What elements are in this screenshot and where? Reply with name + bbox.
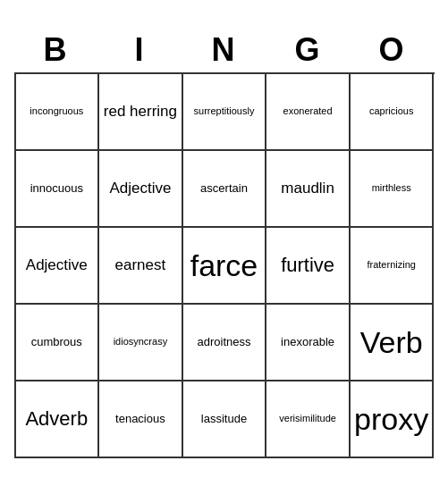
cell-text: farce bbox=[190, 247, 258, 284]
bingo-cell: lassitude bbox=[183, 381, 267, 458]
bingo-header: BINGO bbox=[14, 28, 435, 72]
bingo-cell: innocuous bbox=[16, 151, 100, 228]
cell-text: capricious bbox=[369, 105, 414, 117]
cell-text: earnest bbox=[115, 256, 166, 274]
cell-text: ascertain bbox=[200, 181, 248, 196]
cell-text: Adverb bbox=[25, 407, 88, 431]
cell-text: red herring bbox=[104, 103, 177, 121]
header-letter: I bbox=[98, 28, 182, 72]
header-letter: B bbox=[14, 28, 98, 72]
bingo-cell: verisimilitude bbox=[266, 381, 351, 458]
cell-text: exonerated bbox=[283, 105, 333, 117]
cell-text: cumbrous bbox=[31, 335, 82, 349]
cell-text: Adjective bbox=[109, 180, 171, 197]
bingo-cell: earnest bbox=[99, 228, 183, 305]
bingo-cell: surreptitiously bbox=[183, 74, 267, 151]
cell-text: Verb bbox=[360, 324, 423, 361]
cell-text: proxy bbox=[354, 401, 428, 438]
header-letter: O bbox=[351, 28, 435, 72]
bingo-cell: red herring bbox=[99, 74, 183, 151]
bingo-cell: mirthless bbox=[351, 151, 435, 228]
bingo-card: BINGO incongruousred herringsurreptitiou… bbox=[14, 28, 435, 458]
bingo-cell: adroitness bbox=[183, 305, 267, 381]
cell-text: idiosyncrasy bbox=[114, 336, 168, 348]
bingo-cell: maudlin bbox=[266, 151, 351, 228]
cell-text: fraternizing bbox=[367, 259, 415, 271]
cell-text: lassitude bbox=[201, 412, 247, 426]
bingo-cell: farce bbox=[183, 228, 267, 305]
bingo-cell: Adverb bbox=[16, 381, 100, 458]
bingo-cell: Adjective bbox=[99, 151, 183, 228]
bingo-cell: exonerated bbox=[266, 74, 351, 151]
cell-text: surreptitiously bbox=[194, 105, 255, 117]
bingo-cell: cumbrous bbox=[16, 305, 100, 381]
cell-text: mirthless bbox=[372, 182, 411, 194]
bingo-cell: Verb bbox=[351, 305, 435, 381]
cell-text: tenacious bbox=[115, 412, 165, 426]
cell-text: furtive bbox=[281, 254, 334, 277]
bingo-cell: ascertain bbox=[183, 151, 267, 228]
bingo-cell: incongruous bbox=[16, 74, 100, 151]
cell-text: inexorable bbox=[281, 335, 334, 349]
header-letter: N bbox=[182, 28, 266, 72]
cell-text: innocuous bbox=[30, 181, 83, 196]
bingo-cell: furtive bbox=[266, 228, 351, 305]
bingo-cell: Adjective bbox=[16, 228, 100, 305]
cell-text: Adjective bbox=[26, 256, 88, 274]
bingo-cell: proxy bbox=[351, 381, 435, 458]
cell-text: incongruous bbox=[30, 105, 83, 117]
bingo-cell: capricious bbox=[351, 74, 435, 151]
header-letter: G bbox=[266, 28, 351, 72]
cell-text: adroitness bbox=[198, 335, 251, 349]
cell-text: maudlin bbox=[281, 180, 334, 197]
bingo-cell: inexorable bbox=[266, 305, 351, 381]
bingo-cell: fraternizing bbox=[351, 228, 435, 305]
bingo-grid: incongruousred herringsurreptitiouslyexo… bbox=[14, 72, 435, 458]
bingo-cell: tenacious bbox=[99, 381, 183, 458]
bingo-cell: idiosyncrasy bbox=[99, 305, 183, 381]
cell-text: verisimilitude bbox=[279, 413, 336, 424]
